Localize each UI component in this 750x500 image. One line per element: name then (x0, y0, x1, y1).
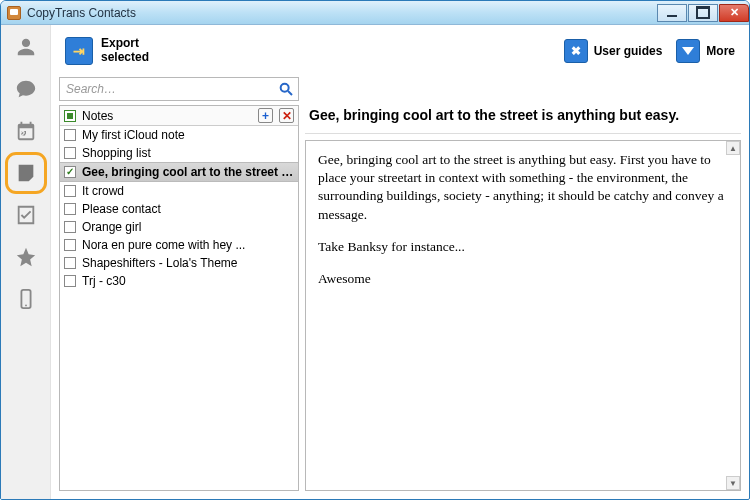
preview-scrollbar: ▲ ▼ (725, 140, 741, 491)
more-label: More (706, 44, 735, 58)
app-window: CopyTrans Contacts 24 (0, 0, 750, 500)
window-controls (657, 4, 749, 22)
more-button[interactable]: More (676, 39, 735, 63)
preview-paragraph: Awesome (318, 270, 728, 288)
list-item[interactable]: It crowd (60, 182, 298, 200)
rail-contacts-icon[interactable] (14, 35, 38, 59)
list-item-label: Please contact (82, 202, 161, 216)
svg-text:24: 24 (20, 130, 30, 139)
list-item-checkbox[interactable] (64, 147, 76, 159)
list-item[interactable]: Orange girl (60, 218, 298, 236)
list-header: Notes + ✕ (60, 106, 298, 126)
user-guides-label: User guides (594, 44, 663, 58)
list-item-checkbox[interactable] (64, 203, 76, 215)
list-item-label: Trj - c30 (82, 274, 126, 288)
rail-messages-icon[interactable] (14, 77, 38, 101)
export-selected-button[interactable]: Export selected (101, 37, 149, 65)
scroll-up-button[interactable]: ▲ (726, 141, 740, 155)
select-all-checkbox[interactable] (64, 110, 76, 122)
note-preview-title: Gee, bringing cool art to the street is … (305, 77, 741, 134)
list-item[interactable]: Gee, bringing cool art to the street is … (60, 162, 298, 182)
list-item-checkbox[interactable] (64, 257, 76, 269)
app-title: CopyTrans Contacts (27, 6, 136, 20)
minimize-button[interactable] (657, 4, 687, 22)
list-item-label: Orange girl (82, 220, 141, 234)
rail-tasks-icon[interactable] (14, 203, 38, 227)
list-item[interactable]: My first iCloud note (60, 126, 298, 144)
preview-paragraph: Gee, bringing cool art to the street is … (318, 151, 728, 224)
search-input[interactable] (60, 78, 298, 100)
toolbar: ⇥ Export selected ✖ User guides More (51, 25, 749, 77)
delete-note-button[interactable]: ✕ (279, 108, 294, 123)
preview-paragraph: Take Banksy for instance... (318, 238, 728, 256)
list-item-checkbox[interactable] (64, 166, 76, 178)
svg-point-2 (25, 305, 27, 307)
list-body: My first iCloud noteShopping listGee, br… (60, 126, 298, 490)
titlebar: CopyTrans Contacts (1, 1, 749, 25)
left-rail: 24 (1, 25, 51, 499)
list-item-checkbox[interactable] (64, 185, 76, 197)
search-icon[interactable] (278, 81, 294, 100)
list-item-label: Gee, bringing cool art to the street is … (82, 165, 294, 179)
list-item-checkbox[interactable] (64, 239, 76, 251)
list-item-label: Shopping list (82, 146, 151, 160)
list-item-label: Nora en pure come with hey ... (82, 238, 245, 252)
add-note-button[interactable]: + (258, 108, 273, 123)
notes-list-panel: Notes + ✕ My first iCloud noteShopping l… (59, 105, 299, 491)
list-header-label: Notes (82, 109, 252, 123)
rail-favorites-icon[interactable] (14, 245, 38, 269)
svg-point-3 (281, 84, 289, 92)
user-guides-button[interactable]: ✖ User guides (564, 39, 663, 63)
list-item-checkbox[interactable] (64, 129, 76, 141)
close-button[interactable] (719, 4, 749, 22)
list-item-checkbox[interactable] (64, 275, 76, 287)
rail-calendar-icon[interactable]: 24 (14, 119, 38, 143)
app-icon (7, 6, 21, 20)
svg-line-4 (288, 91, 292, 95)
note-preview-body[interactable]: Gee, bringing cool art to the street is … (305, 140, 741, 491)
rail-device-icon[interactable] (14, 287, 38, 311)
rail-notes-icon[interactable] (14, 161, 38, 185)
list-item-label: My first iCloud note (82, 128, 185, 142)
tools-icon: ✖ (564, 39, 588, 63)
list-item[interactable]: Shopping list (60, 144, 298, 162)
list-item-checkbox[interactable] (64, 221, 76, 233)
list-item-label: Shapeshifters - Lola's Theme (82, 256, 237, 270)
export-icon[interactable]: ⇥ (65, 37, 93, 65)
scroll-down-button[interactable]: ▼ (726, 476, 740, 490)
maximize-button[interactable] (688, 4, 718, 22)
search-box (59, 77, 299, 101)
list-item[interactable]: Please contact (60, 200, 298, 218)
list-item[interactable]: Trj - c30 (60, 272, 298, 290)
chevron-down-icon (676, 39, 700, 63)
list-item[interactable]: Nora en pure come with hey ... (60, 236, 298, 254)
list-item[interactable]: Shapeshifters - Lola's Theme (60, 254, 298, 272)
list-item-label: It crowd (82, 184, 124, 198)
